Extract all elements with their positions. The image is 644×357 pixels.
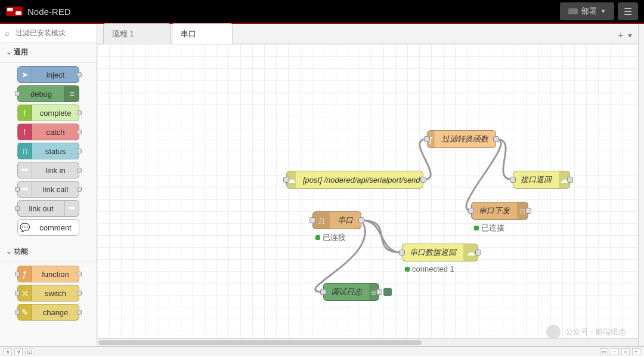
node-icon: ƒ <box>18 266 32 282</box>
deploy-button[interactable]: 部署 ▼ <box>560 2 614 20</box>
node-icon: ⎍ <box>18 143 32 159</box>
palette-node-change[interactable]: ✎change <box>17 304 79 321</box>
node-label: link in <box>32 166 79 175</box>
logo-icon <box>6 7 23 16</box>
node-icon: ⮕ <box>18 181 32 197</box>
palette-node-link-call[interactable]: ⮕link call <box>17 181 79 198</box>
palette-sidebar: 通用➤injectdebug≡!complete!catch⎍status⮕li… <box>0 24 97 346</box>
node-label: 串口下发 <box>472 205 517 216</box>
node-label: complete <box>32 109 79 118</box>
palette-node-link-out[interactable]: link out⮕ <box>17 200 79 217</box>
palette-category[interactable]: 通用 <box>0 42 97 63</box>
node-icon: ! <box>18 105 32 121</box>
palette-node-status[interactable]: ⎍status <box>17 143 79 159</box>
chevron-down-icon: ▼ <box>600 8 606 14</box>
zoom-in-button[interactable]: + <box>632 348 640 355</box>
node-status: connected 1 <box>405 264 454 273</box>
node-icon: 💬 <box>18 220 32 235</box>
node-label: 串口数据返回 <box>402 247 463 258</box>
node-icon: ⮕ <box>64 201 79 216</box>
palette-node-catch[interactable]: !catch <box>17 124 79 140</box>
zoom-fit-button[interactable]: ○ <box>621 348 630 355</box>
flow-node[interactable]: 接口返回☁ <box>513 171 570 189</box>
palette-filter-input[interactable] <box>0 24 97 42</box>
node-label: link call <box>32 185 79 194</box>
node-label: link out <box>18 204 64 213</box>
tab-menu-button[interactable]: ▾ <box>628 30 632 40</box>
node-label: debug <box>18 90 64 99</box>
node-icon: ≡ <box>64 86 79 101</box>
palette-node-inject[interactable]: ➤inject <box>17 66 79 83</box>
node-label: 接口返回 <box>513 174 559 185</box>
palette-node-switch[interactable]: ⤭switch <box>17 285 79 301</box>
search-icon <box>0 24 97 42</box>
navigator-button[interactable]: ◱ <box>25 348 33 355</box>
tab-label: 流程 1 <box>112 29 134 38</box>
node-icon: ⤭ <box>18 285 32 301</box>
flow-canvas[interactable]: ☁[post] /nodered/api/serialport/sendƒ过滤转… <box>97 44 638 338</box>
node-label: 过滤转换函数 <box>435 134 496 144</box>
flow-node[interactable]: ⎍串口已连接 <box>312 211 361 229</box>
add-tab-button[interactable]: + <box>618 30 623 40</box>
node-icon: ✎ <box>18 304 32 320</box>
node-status: 已连接 <box>474 223 504 233</box>
flow-node[interactable]: 串口数据返回☁connected 1 <box>402 244 478 261</box>
node-label: 调试日志 <box>324 287 369 297</box>
palette-up-button[interactable]: ∧ <box>4 348 12 355</box>
node-icon: ➤ <box>18 67 32 82</box>
node-label: 串口 <box>330 215 361 226</box>
node-label: [post] /nodered/api/serialport/send <box>296 176 428 184</box>
node-status: 已连接 <box>315 232 346 243</box>
node-label: catch <box>32 128 79 137</box>
sidebar-right[interactable] <box>638 24 644 346</box>
flow-node[interactable]: 串口下发⎍已连接 <box>471 202 528 220</box>
node-label: status <box>32 147 79 156</box>
palette-category[interactable]: 功能 <box>0 242 97 262</box>
palette-node-debug[interactable]: debug≡ <box>17 85 79 102</box>
node-icon: ⎍ <box>313 212 330 229</box>
palette-node-link-in[interactable]: ⮕link in <box>17 162 79 178</box>
node-icon: ! <box>18 124 32 140</box>
flow-node[interactable]: ☁[post] /nodered/api/serialport/send <box>286 171 423 189</box>
node-label: change <box>32 308 79 317</box>
hamburger-menu-button[interactable]: ☰ <box>618 2 638 20</box>
palette-node-function[interactable]: ƒfunction <box>17 266 79 282</box>
palette-down-button[interactable]: ∨ <box>14 348 23 355</box>
node-label: switch <box>32 289 79 298</box>
tab-bar: 流程 1 串口 + ▾ <box>97 24 638 44</box>
flow-node[interactable]: 调试日志≡ <box>323 283 379 301</box>
horizontal-scrollbar[interactable] <box>97 338 638 346</box>
palette-node-complete[interactable]: !complete <box>17 104 79 121</box>
workspace: 流程 1 串口 + ▾ ☁[post] /nodered/api/serialp… <box>97 24 638 346</box>
deploy-label: 部署 <box>581 6 597 17</box>
zoom-out-button[interactable]: − <box>611 348 619 355</box>
tab-serial[interactable]: 串口 <box>172 23 233 44</box>
zoom-reset-button[interactable]: ▭ <box>600 348 608 355</box>
app-header: Node-RED 部署 ▼ ☰ <box>0 0 644 24</box>
deploy-icon <box>568 8 578 14</box>
footer-bar: ∧ ∨ ◱ ▭ − ○ + <box>0 346 644 356</box>
palette-node-comment[interactable]: 💬comment <box>17 219 79 236</box>
node-label: function <box>32 270 79 279</box>
node-label: inject <box>32 70 79 79</box>
node-icon: ⮕ <box>18 162 32 178</box>
tab-flow1[interactable]: 流程 1 <box>103 23 171 44</box>
brand-name: Node-RED <box>27 7 71 17</box>
tab-label: 串口 <box>181 29 196 38</box>
node-label: comment <box>32 223 79 232</box>
flow-node[interactable]: ƒ过滤转换函数 <box>427 130 496 148</box>
